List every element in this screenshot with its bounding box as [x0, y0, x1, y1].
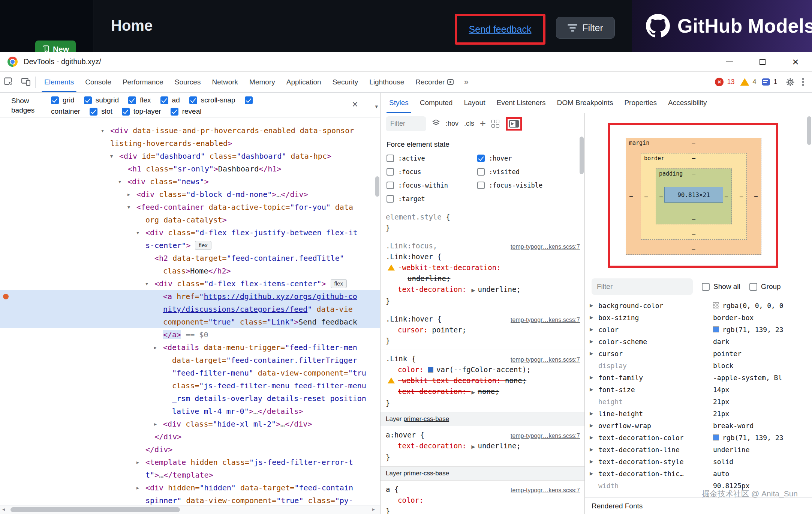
dom-tree-line[interactable]: </div> [0, 443, 380, 456]
close-icon[interactable] [349, 99, 361, 110]
force-state-focus[interactable]: :focus [387, 168, 477, 176]
computed-property-row[interactable]: text-decoration-stylesolid [585, 455, 812, 467]
devtools-tab-elements[interactable]: Elements [39, 72, 79, 92]
checkbox-subgrid[interactable] [84, 96, 92, 104]
dom-tree-line[interactable]: ▾<div class="d-flex flex-justify-between… [0, 226, 380, 239]
stylesheet-link[interactable]: temp-typogr…kens.scss:7 [511, 430, 580, 441]
dom-tree-line[interactable]: t">…</template> [0, 469, 380, 481]
expand-arrow-open-icon[interactable]: ▾ [136, 226, 139, 239]
expand-arrow-icon[interactable] [590, 471, 593, 476]
padding-left-value[interactable]: – [659, 193, 663, 200]
devtools-tab-sources[interactable]: Sources [169, 72, 207, 92]
expand-arrow-icon[interactable] [590, 387, 593, 392]
rendered-fonts-section[interactable]: Rendered Fonts [585, 497, 812, 514]
checkbox-active[interactable] [387, 155, 394, 162]
dom-tree-line[interactable]: component="true" class="Link">Send feedb… [0, 316, 380, 328]
stylesheet-link[interactable]: temp-typogr…kens.scss:7 [511, 241, 580, 252]
force-state-visited[interactable]: :visited [477, 168, 568, 176]
devtools-tab-network[interactable]: Network [206, 72, 244, 92]
warning-count[interactable]: 4 [752, 78, 756, 86]
force-state-focus-visible[interactable]: :focus-visible [477, 182, 568, 189]
dom-tree-line[interactable]: spinner" data-view-component="true" clas… [0, 494, 380, 505]
dom-tree-line[interactable]: nity/discussions/categories/feed" data-v… [0, 303, 380, 316]
padding-bottom-value[interactable]: – [692, 216, 695, 222]
dom-tree-line[interactable]: ▸<div hidden="hidden" data-target="feed-… [0, 481, 380, 494]
dom-tree-line[interactable]: class>Home</h2> [0, 265, 380, 277]
sidebar-tab-properties[interactable]: Properties [619, 93, 662, 113]
checkbox-target[interactable] [387, 195, 394, 203]
layer-link[interactable]: primer-css-base [403, 415, 449, 422]
expand-arrow-open-icon[interactable]: ▾ [127, 201, 130, 213]
computed-property-row[interactable]: box-sizingborder-box [585, 311, 812, 323]
border-left-value[interactable]: – [644, 193, 648, 200]
badge-toggle-container[interactable]: container [51, 107, 80, 116]
layers-icon[interactable] [432, 119, 440, 129]
checkbox-focus-within[interactable] [387, 182, 394, 189]
computed-property-row[interactable]: colorrgb(71, 139, 23 [585, 323, 812, 335]
dom-tree-line[interactable]: </a> == $0 [0, 328, 380, 341]
css-declaration[interactable]: cursor: pointer; [386, 325, 580, 335]
sidebar-tab-event-listeners[interactable]: Event Listeners [491, 93, 551, 113]
margin-bottom-value[interactable]: – [692, 246, 695, 253]
checkbox-group[interactable] [749, 283, 757, 291]
dom-tree-line[interactable]: <a href="https://dgithub.xyz/orgs/github… [0, 290, 380, 303]
padding-right-value[interactable]: – [725, 193, 728, 200]
selector-line[interactable]: .Link:hover { [386, 251, 580, 262]
css-declaration[interactable]: text-decoration: underline; [386, 440, 580, 452]
checkbox-focus-visible[interactable] [477, 182, 485, 189]
dom-tree-line[interactable]: "feed-filter-menu" data-view-component="… [0, 367, 380, 379]
dom-tree-line[interactable]: </div> [0, 430, 380, 443]
expand-arrow-closed-icon[interactable]: ▸ [136, 481, 139, 494]
dom-tree-line[interactable]: listing-hovercards-enabled> [0, 137, 380, 150]
dom-tree-line[interactable]: org data-catalyst> [0, 213, 380, 226]
computed-vertical-scrollbar[interactable] [807, 116, 811, 145]
computed-property-row[interactable]: font-family-apple-system, Bl [585, 371, 812, 383]
devtools-tab-performance[interactable]: Performance [117, 72, 169, 92]
stylesheet-link[interactable]: temp-typogr…kens.scss:7 [511, 354, 580, 365]
expand-arrow-icon[interactable] [590, 315, 593, 320]
dom-tree-line[interactable]: ▾<feed-container data-active-topic="for-… [0, 201, 380, 213]
checkbox-slot[interactable] [90, 108, 97, 116]
stylesheet-link[interactable]: temp-typogr…kens.scss:7 [511, 314, 580, 325]
scrollbar-thumb[interactable] [10, 507, 180, 512]
box-model-content[interactable]: 90.813×21 [664, 187, 723, 203]
expand-arrow-icon[interactable] [590, 351, 593, 356]
css-declaration[interactable]: text-decoration: none; [386, 386, 580, 398]
checkbox-flex[interactable] [128, 96, 136, 104]
force-state-focus-within[interactable]: :focus-within [387, 182, 477, 189]
settings-gear-icon[interactable] [784, 76, 797, 89]
devtools-tab-lighthouse[interactable]: Lighthouse [364, 72, 410, 92]
elements-horizontal-scrollbar[interactable]: ◂ ▸ [0, 505, 380, 514]
sidebar-tab-dom-breakpoints[interactable]: DOM Breakpoints [551, 93, 619, 113]
expand-arrow-icon[interactable] [590, 459, 593, 464]
sidebar-tab-layout[interactable]: Layout [458, 93, 491, 113]
stylesheet-link[interactable]: temp-typogr…kens.scss:7 [511, 485, 580, 496]
grid-icon[interactable] [491, 120, 499, 128]
badge-toggle-grid[interactable]: grid [51, 96, 75, 104]
checkbox-hover[interactable] [477, 155, 485, 162]
badge-toggle-scroll-snap[interactable]: scroll-snap [189, 96, 235, 104]
checkbox-show-all[interactable] [702, 283, 710, 291]
styles-filter-input[interactable]: Filter [386, 116, 426, 131]
badge-toggle-slot[interactable]: slot [90, 107, 112, 116]
expand-arrow-closed-icon[interactable]: ▸ [154, 341, 157, 354]
checkbox-reveal[interactable] [171, 108, 178, 116]
checkbox-scroll-snap[interactable] [189, 96, 197, 104]
force-state-active[interactable]: :active [387, 155, 477, 162]
margin-right-value[interactable]: – [754, 193, 758, 200]
badge-toggle-unlabeled[interactable] [245, 96, 253, 104]
devtools-tab-application[interactable]: Application [281, 72, 327, 92]
expand-arrow-icon[interactable] [590, 327, 593, 332]
dom-tree-line[interactable]: <h2 data-target="feed-container.feedTitl… [0, 252, 380, 265]
error-count[interactable]: 13 [727, 78, 734, 86]
maximize-button[interactable] [746, 52, 779, 71]
css-declaration[interactable]: -webkit-text-decoration: none; [386, 375, 580, 386]
inspect-icon[interactable] [0, 74, 17, 91]
computed-property-row[interactable]: line-height21px [585, 407, 812, 419]
expand-arrow-icon[interactable] [590, 411, 593, 416]
sidebar-tab-accessibility[interactable]: Accessibility [662, 93, 712, 113]
element-classes-button[interactable]: .cls [464, 120, 474, 128]
expand-arrow-open-icon[interactable]: ▾ [110, 150, 113, 162]
dom-tree-line[interactable]: lative ml-4 mr-0">…</details> [0, 405, 380, 418]
devtools-tab-memory[interactable]: Memory [244, 72, 281, 92]
